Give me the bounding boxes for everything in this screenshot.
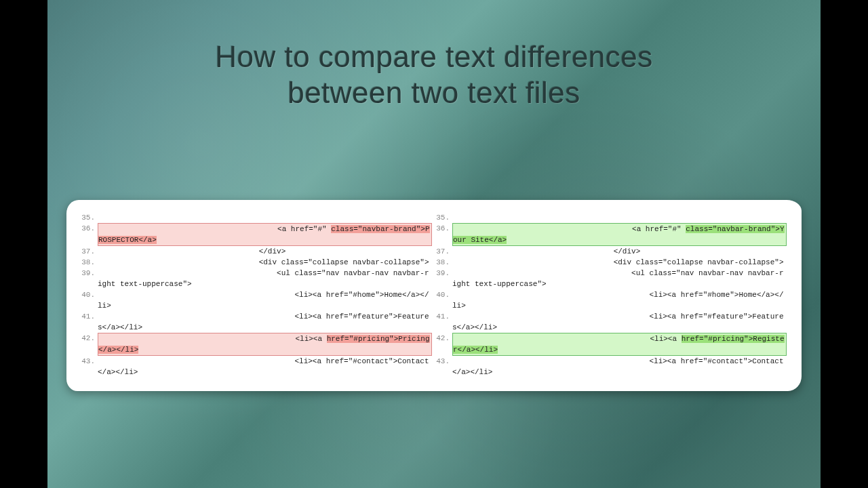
line-number: 42.	[81, 333, 98, 344]
line-number: 42.	[436, 333, 452, 344]
line-number: 37.	[436, 246, 452, 257]
line-number: 36.	[81, 223, 98, 234]
code-row: 43. <li><a href="#contact">Contact</a></…	[436, 356, 787, 378]
code-content: <div class="collapse navbar-collapse">	[452, 257, 787, 268]
code-pre: <a href="#"	[453, 225, 686, 233]
code-content: <li><a href="#home">Home</a></li>	[98, 289, 432, 311]
line-number: 41.	[81, 311, 98, 322]
code-content: <li><a href="#pricing">Pricing</a></li>	[98, 333, 432, 356]
line-number: 40.	[436, 289, 452, 300]
slide-background: How to compare text differences between …	[47, 0, 821, 488]
code-content: <li><a href="#home">Home</a></li>	[452, 289, 787, 311]
line-number: 43.	[81, 356, 98, 367]
code-row: 40. <li><a href="#home">Home</a></li>	[81, 289, 432, 311]
code-content: <a href="#" class="navbar-brand">Your Si…	[452, 223, 787, 246]
code-content: <li><a href="#contact">Contact</a></li>	[98, 356, 432, 378]
code-row: 42. <li><a href="#pricing">Pricing</a></…	[81, 333, 432, 356]
code-row: 39. <ul class="nav navbar-nav navbar-rig…	[81, 268, 432, 289]
code-content: </div>	[452, 246, 787, 257]
code-pre: <li><a href="#home">Home</a></li>	[98, 291, 429, 310]
code-row: 37. </div>	[436, 246, 787, 257]
diff-left-column: 35.36. <a href="#" class="navbar-brand">…	[81, 212, 432, 378]
line-number: 38.	[81, 257, 98, 268]
code-pre: </div>	[452, 247, 640, 256]
code-row: 41. <li><a href="#feature">Features</a><…	[436, 311, 787, 333]
code-row: 36. <a href="#" class="navbar-brand">PRO…	[81, 223, 432, 246]
line-number: 40.	[81, 289, 98, 300]
code-content: <div class="collapse navbar-collapse">	[98, 257, 432, 268]
code-pre: <li><a href="#contact">Contact</a></li>	[452, 357, 784, 376]
code-content: </div>	[98, 246, 432, 257]
code-row: 36. <a href="#" class="navbar-brand">You…	[436, 223, 787, 246]
diff-grid: 35.36. <a href="#" class="navbar-brand">…	[81, 212, 787, 378]
code-pre: <a href="#"	[98, 225, 331, 233]
code-pre: <li><a	[98, 335, 327, 343]
code-pre: <div class="collapse navbar-collapse">	[452, 258, 783, 266]
code-row: 35.	[436, 212, 787, 223]
line-number: 37.	[81, 246, 98, 257]
code-content: <li><a href="#pricing">Register</a></li>	[452, 333, 787, 356]
diff-right-column: 35.36. <a href="#" class="navbar-brand">…	[436, 212, 787, 378]
code-content: <ul class="nav navbar-nav navbar-right t…	[452, 268, 787, 289]
line-number: 38.	[436, 257, 452, 268]
code-pre: <li><a	[453, 335, 682, 343]
slide-title: How to compare text differences between …	[47, 39, 821, 111]
code-content: <a href="#" class="navbar-brand">PROSPEC…	[98, 223, 432, 246]
line-number: 35.	[436, 212, 452, 223]
code-row: 37. </div>	[81, 246, 432, 257]
line-number: 39.	[436, 268, 452, 279]
code-row: 40. <li><a href="#home">Home</a></li>	[436, 289, 787, 311]
code-pre: <li><a href="#contact">Contact</a></li>	[98, 357, 429, 376]
title-line-1: How to compare text differences	[47, 39, 821, 75]
code-content: <li><a href="#feature">Features</a></li>	[452, 311, 787, 333]
line-number: 36.	[436, 223, 452, 234]
code-pre: <li><a href="#feature">Features</a></li>	[452, 312, 784, 331]
code-pre: <li><a href="#feature">Features</a></li>	[98, 312, 429, 331]
diff-panel: 35.36. <a href="#" class="navbar-brand">…	[66, 200, 802, 391]
line-number: 41.	[436, 311, 452, 322]
code-pre: </div>	[98, 247, 285, 256]
code-content: <li><a href="#contact">Contact</a></li>	[452, 356, 787, 378]
code-row: 39. <ul class="nav navbar-nav navbar-rig…	[436, 268, 787, 289]
title-line-2: between two text files	[47, 75, 821, 111]
line-number: 43.	[436, 356, 452, 367]
line-number: 39.	[81, 268, 98, 279]
code-row: 35.	[81, 212, 432, 223]
code-row: 38. <div class="collapse navbar-collapse…	[81, 257, 432, 268]
code-pre: <ul class="nav navbar-nav navbar-right t…	[98, 269, 429, 288]
code-content: <li><a href="#feature">Features</a></li>	[98, 311, 432, 333]
code-row: 43. <li><a href="#contact">Contact</a></…	[81, 356, 432, 378]
code-row: 42. <li><a href="#pricing">Register</a><…	[436, 333, 787, 356]
code-row: 38. <div class="collapse navbar-collapse…	[436, 257, 787, 268]
code-row: 41. <li><a href="#feature">Features</a><…	[81, 311, 432, 333]
line-number: 35.	[81, 212, 98, 223]
code-pre: <div class="collapse navbar-collapse">	[98, 258, 429, 266]
code-content: <ul class="nav navbar-nav navbar-right t…	[98, 268, 432, 289]
code-pre: <li><a href="#home">Home</a></li>	[452, 291, 784, 310]
code-pre: <ul class="nav navbar-nav navbar-right t…	[452, 269, 783, 288]
